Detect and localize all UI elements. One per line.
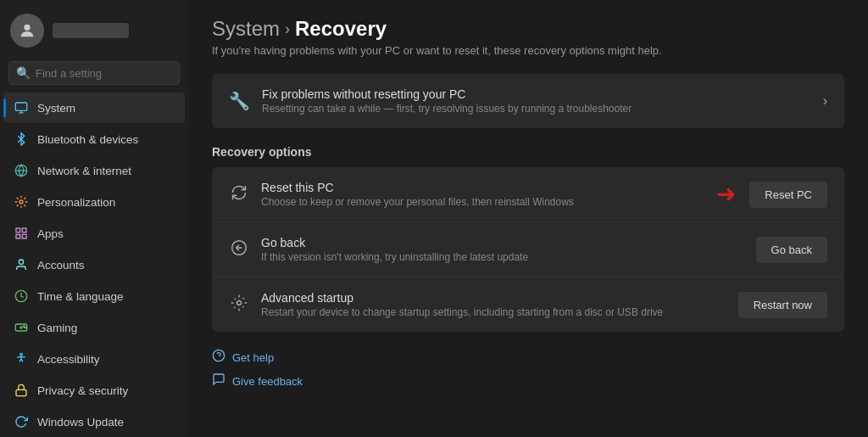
accessibility-nav-icon	[14, 351, 29, 367]
help-links: Get help Give feedback	[212, 349, 844, 389]
time-nav-icon	[14, 289, 29, 304]
reset-arrow-icon: ➜	[716, 182, 736, 206]
option-desc-goback: If this version isn't working, try unins…	[261, 251, 528, 263]
svg-rect-10	[16, 234, 20, 238]
main-content: System › Recovery If you're having probl…	[188, 0, 868, 437]
svg-point-0	[24, 25, 30, 31]
sidebar-label-update: Windows Update	[37, 416, 124, 429]
sidebar-label-apps: Apps	[37, 227, 64, 240]
help-link-give-feedback[interactable]: Give feedback	[212, 373, 844, 389]
get-help-label: Get help	[232, 351, 274, 364]
option-row-advanced: Advanced startup Restart your device to …	[212, 277, 844, 332]
option-text-advanced: Advanced startup Restart your device to …	[261, 291, 663, 318]
svg-point-6	[19, 200, 23, 204]
give-feedback-label: Give feedback	[232, 375, 303, 388]
sidebar-item-accessibility[interactable]: Accessibility	[3, 344, 185, 374]
sidebar-item-bluetooth[interactable]: Bluetooth & devices	[3, 124, 185, 154]
reset-option-icon	[229, 184, 249, 205]
sidebar-item-update[interactable]: Windows Update	[3, 406, 185, 437]
sidebar: 🔍 System Bluetooth & devices Network & i…	[0, 0, 188, 437]
fix-card-desc: Resetting can take a while — first, try …	[262, 103, 632, 115]
profile-name	[53, 23, 129, 38]
sidebar-label-accessibility: Accessibility	[37, 353, 100, 366]
give-feedback-icon	[212, 373, 225, 389]
update-nav-icon	[14, 414, 29, 429]
breadcrumb: System › Recovery	[212, 17, 844, 41]
option-title-reset: Reset this PC	[261, 181, 574, 194]
sidebar-item-privacy[interactable]: Privacy & security	[3, 375, 185, 406]
svg-point-22	[237, 300, 242, 305]
option-text-reset: Reset this PC Choose to keep or remove y…	[261, 181, 574, 208]
sidebar-item-apps[interactable]: Apps	[3, 218, 185, 249]
option-row-reset: Reset this PC Choose to keep or remove y…	[212, 167, 844, 222]
svg-point-18	[20, 353, 23, 356]
sidebar-label-gaming: Gaming	[37, 322, 77, 334]
option-right-advanced: Restart now	[738, 292, 827, 318]
fix-card-text: Fix problems without resetting your PC R…	[262, 87, 632, 115]
personalization-nav-icon	[14, 194, 29, 210]
sidebar-label-bluetooth: Bluetooth & devices	[37, 133, 138, 146]
recovery-section-title: Recovery options	[212, 145, 844, 159]
accounts-nav-icon	[14, 257, 29, 272]
advanced-action-button[interactable]: Restart now	[738, 292, 827, 318]
system-nav-icon	[14, 100, 29, 115]
breadcrumb-parent[interactable]: System	[212, 17, 280, 41]
option-text-goback: Go back If this version isn't working, t…	[261, 236, 528, 263]
get-help-icon	[212, 349, 225, 366]
apps-nav-icon	[14, 226, 29, 241]
sidebar-item-time[interactable]: Time & language	[3, 281, 185, 311]
privacy-nav-icon	[14, 383, 29, 398]
goback-action-button[interactable]: Go back	[756, 237, 827, 263]
network-nav-icon	[14, 163, 29, 178]
search-icon: 🔍	[16, 66, 31, 80]
sidebar-label-personalization: Personalization	[37, 196, 115, 209]
option-right-goback: Go back	[756, 237, 827, 263]
fix-card-title: Fix problems without resetting your PC	[262, 87, 632, 101]
svg-point-11	[19, 260, 23, 264]
svg-rect-7	[16, 228, 20, 233]
page-subtitle: If you're having problems with your PC o…	[212, 44, 844, 57]
fix-card-chevron-icon: ›	[823, 93, 827, 109]
option-desc-advanced: Restart your device to change startup se…	[261, 306, 663, 318]
fix-card-icon: 🔧	[229, 91, 250, 111]
option-right-reset: ➜ Reset PC	[716, 182, 827, 208]
reset-action-button[interactable]: Reset PC	[749, 182, 827, 208]
breadcrumb-separator: ›	[285, 20, 290, 38]
sidebar-item-personalization[interactable]: Personalization	[3, 187, 185, 217]
svg-rect-1	[15, 103, 26, 110]
option-left-advanced: Advanced startup Restart your device to …	[229, 291, 730, 318]
option-desc-reset: Choose to keep or remove your personal f…	[261, 196, 574, 208]
page-title: Recovery	[295, 17, 387, 41]
sidebar-item-system[interactable]: System	[3, 92, 185, 123]
avatar	[10, 14, 44, 48]
profile-area	[0, 0, 188, 58]
fix-problems-card[interactable]: 🔧 Fix problems without resetting your PC…	[212, 74, 844, 128]
sidebar-label-network: Network & internet	[37, 165, 131, 177]
help-link-get-help[interactable]: Get help	[212, 349, 844, 366]
advanced-option-icon	[229, 294, 249, 316]
fix-card-left: 🔧 Fix problems without resetting your PC…	[229, 87, 632, 115]
svg-rect-8	[22, 228, 26, 233]
sidebar-label-time: Time & language	[37, 290, 124, 303]
nav-list: System Bluetooth & devices Network & int…	[0, 92, 188, 437]
options-container: Reset this PC Choose to keep or remove y…	[212, 167, 844, 332]
bluetooth-nav-icon	[14, 132, 29, 147]
svg-rect-9	[22, 234, 26, 238]
option-row-goback: Go back If this version isn't working, t…	[212, 222, 844, 277]
option-title-advanced: Advanced startup	[261, 291, 663, 305]
sidebar-label-system: System	[37, 102, 75, 115]
svg-point-17	[25, 327, 25, 328]
sidebar-label-accounts: Accounts	[37, 259, 85, 272]
search-input[interactable]	[36, 67, 178, 80]
option-left-reset: Reset this PC Choose to keep or remove y…	[229, 181, 708, 208]
option-title-goback: Go back	[261, 236, 528, 249]
sidebar-item-network[interactable]: Network & internet	[3, 155, 185, 186]
sidebar-item-gaming[interactable]: Gaming	[3, 312, 185, 343]
sidebar-label-privacy: Privacy & security	[37, 384, 128, 397]
gaming-nav-icon	[14, 320, 29, 335]
search-box[interactable]: 🔍	[8, 61, 180, 85]
goback-option-icon	[229, 239, 249, 261]
svg-rect-19	[16, 389, 26, 395]
sidebar-item-accounts[interactable]: Accounts	[3, 249, 185, 280]
option-left-goback: Go back If this version isn't working, t…	[229, 236, 748, 263]
